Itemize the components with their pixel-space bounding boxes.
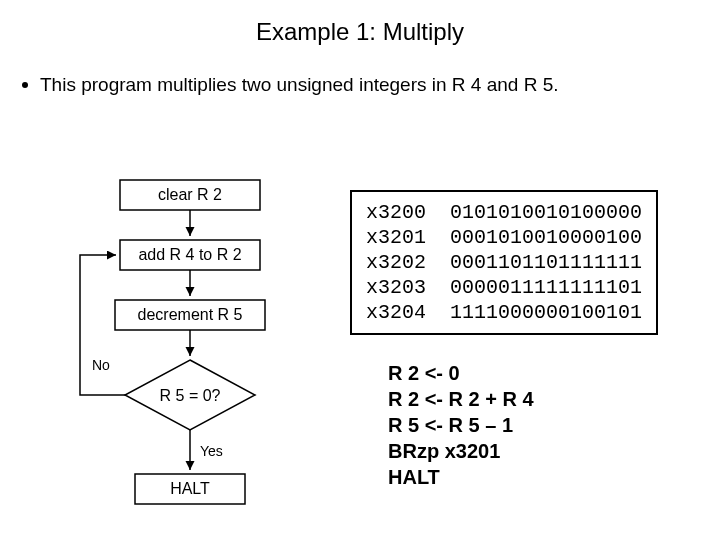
flow-halt-label: HALT	[170, 480, 210, 497]
asm-line: R 2 <- R 2 + R 4	[388, 386, 534, 412]
asm-line: HALT	[388, 464, 534, 490]
asm-line: R 5 <- R 5 – 1	[388, 412, 534, 438]
code-row: x3201 0001010010000100	[366, 226, 642, 249]
flow-yes-label: Yes	[200, 443, 223, 459]
asm-line: R 2 <- 0	[388, 360, 534, 386]
page-title: Example 1: Multiply	[0, 0, 720, 46]
code-row: x3200 0101010010100000	[366, 201, 642, 224]
flow-step-clear-label: clear R 2	[158, 186, 222, 203]
code-row: x3202 0001101101111111	[366, 251, 642, 274]
flowchart: clear R 2 add R 4 to R 2 decrement R 5 R…	[60, 170, 340, 530]
assembly-listing: R 2 <- 0 R 2 <- R 2 + R 4 R 5 <- R 5 – 1…	[388, 360, 534, 490]
code-row: x3203 0000011111111101	[366, 276, 642, 299]
bullet-icon	[22, 82, 28, 88]
flow-step-decrement-label: decrement R 5	[138, 306, 243, 323]
asm-line: BRzp x3201	[388, 438, 534, 464]
flow-no-label: No	[92, 357, 110, 373]
machine-code-box: x3200 0101010010100000 x3201 00010100100…	[350, 190, 658, 335]
code-row: x3204 1111000000100101	[366, 301, 642, 324]
description-line: This program multiplies two unsigned int…	[0, 46, 720, 96]
description-text: This program multiplies two unsigned int…	[40, 74, 559, 95]
flow-decision-label: R 5 = 0?	[160, 387, 221, 404]
flow-step-add-label: add R 4 to R 2	[138, 246, 241, 263]
